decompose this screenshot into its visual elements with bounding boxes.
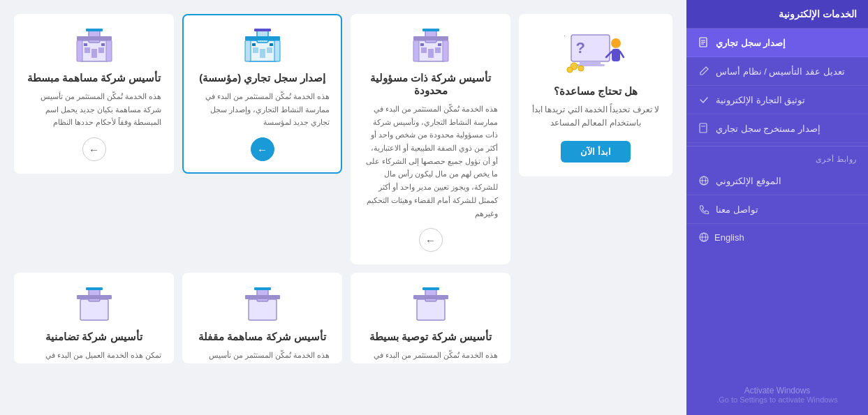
svg-rect-4 — [700, 123, 707, 133]
help-card-desc: لا تعرف تحديداً الخدمة التي تريدها ابدأ … — [530, 103, 661, 130]
sidebar-item-label: توثيق التجارة الإلكترونية — [716, 95, 805, 105]
svg-rect-32 — [420, 43, 424, 46]
svg-rect-61 — [249, 299, 277, 320]
svg-rect-31 — [413, 36, 448, 40]
svg-rect-67 — [77, 295, 112, 299]
sidebar-item-commercial-register[interactable]: إصدار سجل تجاري — [686, 29, 868, 57]
svg-rect-53 — [77, 36, 112, 40]
svg-rect-43 — [252, 43, 256, 46]
svg-rect-27 — [435, 47, 441, 53]
svg-rect-34 — [422, 29, 439, 31]
extract-icon — [698, 122, 710, 135]
service-card-closed-joint-stock[interactable]: تأسيس شركة مساهمة مقفلة هذه الخدمة تُمكّ… — [182, 273, 342, 363]
svg-rect-49 — [98, 47, 104, 53]
service-card-limited-liability[interactable]: تأسيس شركة ذات مسؤولية محدودة هذه الخدمة… — [351, 14, 510, 264]
card-desc-solidarity: تمكن هذه الخدمة العميل من البدء في ممارس… — [27, 349, 161, 363]
building-icon-solidarity — [73, 285, 115, 324]
sidebar-item-edit-contract[interactable]: تعديل عقد التأسيس / نظام أساس — [686, 57, 868, 86]
svg-rect-37 — [253, 47, 258, 53]
sidebar-item-website[interactable]: الموقع الإلكتروني — [686, 167, 868, 195]
svg-point-16 — [611, 38, 621, 48]
edit-icon — [698, 65, 710, 77]
svg-rect-29 — [413, 40, 419, 61]
building-icon-limited — [410, 27, 452, 65]
english-language-button[interactable]: English — [686, 224, 868, 250]
help-card-title: هل تحتاج مساعدة؟ — [554, 85, 638, 98]
svg-text:✳: ✳ — [564, 29, 566, 43]
card-title-closed-joint: تأسيس شركة مساهمة مقفلة — [195, 331, 330, 343]
english-label: English — [714, 232, 744, 243]
svg-rect-54 — [84, 43, 87, 46]
svg-text:?: ? — [576, 39, 585, 56]
building-icon-institution — [242, 27, 284, 65]
svg-rect-60 — [422, 287, 439, 290]
svg-rect-28 — [428, 49, 434, 58]
building-icon-closed — [242, 285, 284, 324]
card-desc-limited: هذه الخدمة تُمكّن المستثمر من البدء في م… — [363, 103, 498, 220]
phone-icon — [698, 203, 710, 216]
card-title-limited: تأسيس شركة ذات مسؤولية محدودة — [363, 72, 498, 97]
bottom-spacer — [519, 273, 672, 363]
sidebar-item-label: إصدار مستخرج سجل تجاري — [716, 123, 821, 134]
help-start-button[interactable]: ابدأ الآن — [561, 141, 631, 163]
card-desc-closed-joint: هذه الخدمة تُمكّن المستثمر من تأسيس شركة… — [195, 349, 330, 363]
svg-rect-13 — [580, 61, 601, 64]
sidebar-item-contact[interactable]: تواصل معنا — [686, 195, 868, 224]
svg-rect-30 — [443, 40, 448, 61]
sidebar-item-label: تواصل معنا — [716, 204, 758, 215]
globe-icon — [698, 174, 710, 187]
svg-rect-41 — [274, 40, 280, 61]
svg-rect-26 — [421, 47, 427, 53]
card-desc-simple-joint: هذه الخدمة تُمكّن المستثمر من تأسيس شركة… — [27, 90, 161, 129]
svg-rect-42 — [245, 36, 280, 40]
sidebar-item-ecommerce[interactable]: توثيق التجارة الإلكترونية — [686, 86, 868, 114]
svg-rect-63 — [245, 295, 280, 299]
svg-rect-45 — [254, 29, 271, 31]
svg-point-22 — [567, 67, 573, 73]
svg-rect-55 — [101, 43, 105, 46]
card-arrow-button-limited[interactable]: ← — [419, 228, 443, 252]
svg-rect-39 — [260, 49, 265, 58]
card-desc-recommendation: هذه الخدمة تُمكّن المستثمر من البدء في م… — [363, 349, 498, 363]
sidebar-item-extract-register[interactable]: إصدار مستخرج سجل تجاري — [686, 114, 868, 143]
svg-rect-64 — [254, 287, 271, 290]
win-activate-desc: Go to Settings to activate Windows. — [698, 395, 857, 404]
language-icon — [698, 231, 710, 243]
help-card: ? ✳ هل تحتاج مساعدة؟ لا تعرف تحديداً الخ… — [519, 14, 672, 176]
sidebar-item-label: الموقع الإلكتروني — [716, 176, 781, 186]
sidebar-item-label: إصدار سجل تجاري — [716, 38, 786, 48]
document-icon — [698, 36, 710, 49]
building-icon-simple — [73, 27, 115, 65]
svg-rect-56 — [86, 29, 103, 31]
svg-rect-17 — [612, 49, 620, 61]
svg-rect-44 — [270, 43, 273, 46]
card-title-recommendation: تأسيس شركة توصية بسيطة — [363, 331, 498, 343]
building-icon-recommendation — [410, 285, 452, 324]
card-arrow-button-simple-joint[interactable]: ← — [82, 137, 106, 161]
sidebar-header: الخدمات الإلكترونية — [686, 0, 868, 29]
sidebar: الخدمات الإلكترونية إصدار سجل تجاري تعدي… — [686, 0, 868, 415]
svg-rect-38 — [267, 47, 272, 53]
card-arrow-button-institution[interactable]: ← — [251, 137, 274, 161]
sidebar-item-label: تعديل عقد التأسيس / نظام أساس — [716, 66, 845, 77]
top-row: ? ✳ هل تحتاج مساعدة؟ لا تعرف تحديداً الخ… — [14, 14, 672, 264]
service-card-simple-recommendation[interactable]: تأسيس شركة توصية بسيطة هذه الخدمة تُمكّن… — [351, 273, 510, 363]
svg-rect-51 — [77, 40, 82, 61]
service-card-solidarity[interactable]: تأسيس شركة تضامنية تمكن هذه الخدمة العمي… — [14, 273, 174, 363]
svg-rect-57 — [417, 299, 445, 320]
card-desc-institution: هذه الخدمة تُمكّن المستثمر من البدء في م… — [195, 90, 330, 129]
svg-rect-59 — [413, 295, 448, 299]
main-content: ? ✳ هل تحتاج مساعدة؟ لا تعرف تحديداً الخ… — [0, 0, 686, 415]
bottom-row: تأسيس شركة توصية بسيطة هذه الخدمة تُمكّن… — [14, 273, 672, 363]
svg-rect-52 — [106, 40, 112, 61]
svg-rect-68 — [86, 287, 103, 290]
svg-point-21 — [578, 66, 584, 71]
service-card-commercial-institution[interactable]: → إصدار سجل تجاري (مؤسسة) هذه الخدم — [182, 14, 342, 174]
card-title-simple-joint: تأسيس شركة مساهمة مبسطة — [27, 72, 161, 84]
help-illustration: ? ✳ — [564, 28, 627, 77]
svg-line-19 — [620, 52, 624, 57]
sidebar-section-other: روابط أخرى — [686, 149, 868, 167]
svg-rect-48 — [84, 47, 90, 53]
service-card-simple-joint-stock[interactable]: تأسيس شركة مساهمة مبسطة هذه الخدمة تُمكّ… — [14, 14, 174, 174]
win-activate-title: Activate Windows — [698, 386, 857, 395]
